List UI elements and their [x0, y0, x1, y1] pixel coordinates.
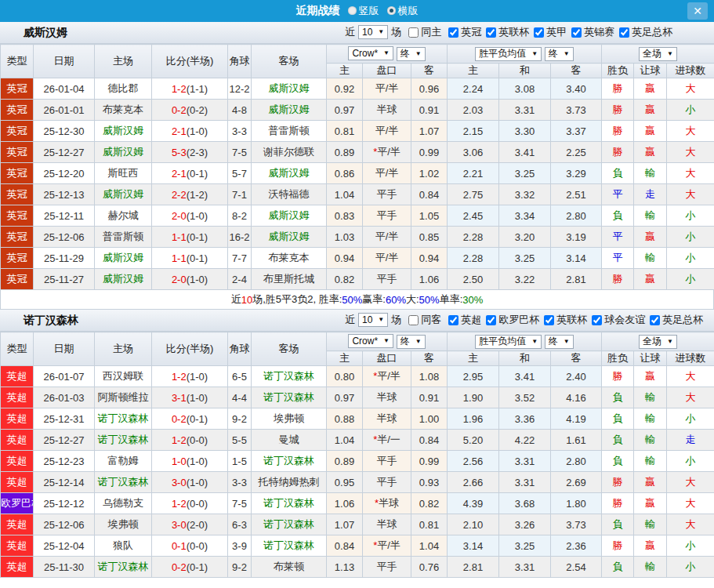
avg-lose: 3.29: [551, 163, 602, 184]
away-team: 诺丁汉森林: [252, 535, 327, 557]
league-filter-checkbox[interactable]: [486, 315, 496, 325]
result-handicap: 輸: [634, 514, 667, 535]
league-filter-checkbox[interactable]: [486, 27, 496, 38]
odds-away: 0.96: [411, 78, 448, 100]
avg-win: 2.56: [448, 451, 499, 472]
odds-company-select[interactable]: Crow*▼: [348, 334, 393, 348]
league-filter-checkbox[interactable]: [592, 315, 602, 325]
result-handicap: 贏: [634, 366, 667, 387]
avg-win: 2.10: [448, 514, 499, 535]
match-score: 5-3(2-3): [152, 142, 228, 163]
league-filter-label: 球会友谊: [604, 313, 645, 327]
match-date: 25-11-27: [34, 269, 95, 290]
league-filter-checkbox[interactable]: [448, 315, 458, 325]
avg-lose: 2.69: [551, 472, 602, 493]
scope-select[interactable]: 全场▼: [639, 47, 677, 61]
match-date: 26-01-07: [34, 366, 95, 387]
odds-handicap: 平手: [363, 205, 411, 227]
match-type-badge: 英冠: [1, 205, 34, 227]
summary-text: 60%: [386, 294, 406, 306]
result-win-lose: 勝: [602, 472, 634, 493]
odds-home: 0.88: [327, 408, 363, 430]
away-team: 诺丁汉森林: [252, 387, 327, 408]
avg-win: 2.03: [448, 100, 499, 121]
match-score: 0-2(0-1): [152, 408, 228, 430]
avg-win: 5.20: [448, 430, 499, 451]
result-win-lose: 負: [602, 557, 634, 578]
odds-away: 0.85: [411, 227, 448, 248]
home-team: 威斯汉姆: [95, 269, 152, 290]
league-filter-checkbox[interactable]: [534, 27, 544, 38]
col-result: 胜负: [602, 351, 634, 366]
match-count-select[interactable]: 10▼: [358, 313, 388, 327]
layout-mode-label: 竖版: [359, 4, 379, 18]
match-date: 25-12-06: [34, 514, 95, 535]
avg-win: 1.96: [448, 408, 499, 430]
away-team: 诺丁汉森林: [252, 451, 327, 472]
match-type-badge: 英冠: [1, 184, 34, 205]
away-team: 诺丁汉森林: [252, 493, 327, 514]
corner-score: 16-2: [228, 227, 252, 248]
chevron-down-icon: ▼: [667, 51, 673, 57]
scope-select[interactable]: 全场▼: [639, 335, 677, 349]
avg-draw: 3.31: [499, 472, 551, 493]
avg-stage-select[interactable]: 终▼: [545, 47, 574, 61]
home-team: 威斯汉姆: [95, 142, 152, 163]
odds-home: 0.80: [327, 366, 363, 387]
avg-type-select[interactable]: 胜平负均值▼: [475, 335, 542, 349]
league-filter-checkbox[interactable]: [448, 27, 458, 38]
league-filter-checkbox[interactable]: [571, 27, 582, 38]
radio-icon: [348, 6, 357, 15]
match-row: 英冠25-12-30威斯汉姆2-1(1-0)3-3普雷斯顿0.81平/半1.07…: [1, 121, 714, 142]
match-score: 3-0(2-0): [152, 514, 228, 535]
team-section-nottingham-forest: 诺丁汉森林 近 10▼ 场 同客 英超欧罗巴杯英联杯球会友谊英足总杯: [0, 310, 714, 578]
col-away: 客场: [252, 45, 327, 78]
games-label: 场: [391, 25, 401, 39]
league-filter-checkbox[interactable]: [650, 315, 660, 325]
radio-icon: [387, 6, 396, 15]
col-avg-home: 主: [448, 351, 499, 366]
odds-away: 1.02: [411, 163, 448, 184]
odds-stage-select[interactable]: 终▼: [397, 335, 426, 349]
corner-score: 9-2: [228, 408, 252, 430]
odds-company-select[interactable]: Crow*▼: [348, 46, 393, 60]
match-date: 25-12-30: [34, 121, 95, 142]
league-filter-label: 英锦赛: [584, 25, 614, 39]
league-filter: 英联杯: [482, 25, 529, 39]
layout-mode-option[interactable]: 横版: [387, 4, 419, 18]
col-goals: 进球数: [667, 351, 714, 366]
league-filter-checkbox[interactable]: [619, 27, 629, 38]
scope-dropdown-cell: 全场▼: [602, 332, 714, 351]
league-filter-checkbox[interactable]: [544, 315, 554, 325]
avg-type-select[interactable]: 胜平负均值▼: [475, 47, 542, 61]
home-team: 威斯汉姆: [95, 121, 152, 142]
match-count-select[interactable]: 10▼: [358, 25, 388, 39]
same-venue-filter: 同主: [404, 25, 441, 39]
same-venue-checkbox[interactable]: [408, 27, 419, 38]
result-handicap: 贏: [634, 472, 667, 493]
result-handicap: 贏: [634, 78, 667, 100]
corner-score: 7-5: [228, 142, 252, 163]
odds-handicap: 平手: [363, 472, 411, 493]
avg-stage-select[interactable]: 终▼: [545, 335, 574, 349]
odds-home: 0.95: [327, 472, 363, 493]
match-row: 英超25-11-30诺丁汉森林0-2(0-1)9-2布莱顿1.13平手0.762…: [1, 557, 714, 578]
avg-lose: 2.25: [551, 142, 602, 163]
summary-text: 50%: [342, 294, 362, 306]
result-goals: 小: [667, 248, 714, 269]
match-type-badge: 英冠: [1, 142, 34, 163]
home-team: 布莱克本: [95, 100, 152, 121]
close-button[interactable]: ✕: [687, 2, 708, 20]
match-score: 2-1(0-1): [152, 163, 228, 184]
corner-score: 8-2: [228, 205, 252, 227]
league-filter: 英联杯: [540, 313, 587, 327]
same-venue-checkbox[interactable]: [408, 315, 419, 325]
odds-stage-select[interactable]: 终▼: [397, 47, 426, 61]
avg-win: 2.81: [448, 557, 499, 578]
avg-lose: 2.81: [551, 269, 602, 290]
layout-mode-option[interactable]: 竖版: [348, 4, 379, 18]
odds-away: 1.05: [411, 205, 448, 227]
avg-lose: 3.73: [551, 514, 602, 535]
home-team: 乌德勒支: [95, 493, 152, 514]
home-team: 西汉姆联: [95, 366, 152, 387]
